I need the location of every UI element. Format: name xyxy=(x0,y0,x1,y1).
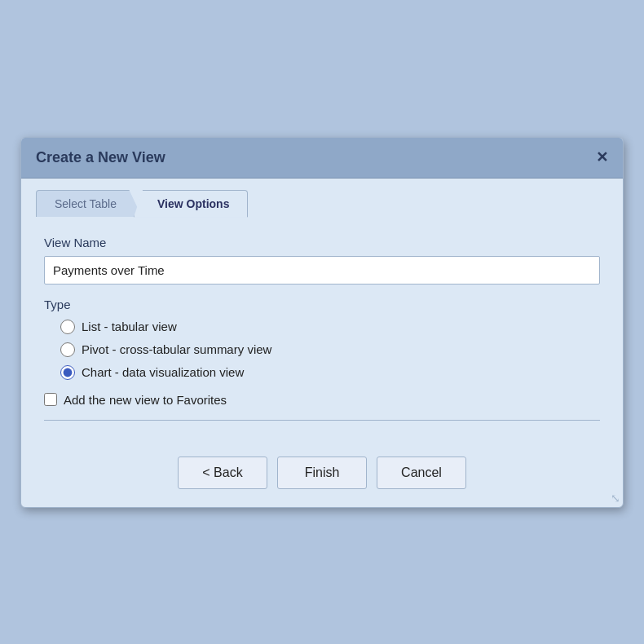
radio-pivot-label: Pivot - cross-tabular summary view xyxy=(82,342,271,356)
favorites-checkbox-row[interactable]: Add the new view to Favorites xyxy=(44,393,600,407)
radio-list-input[interactable] xyxy=(60,320,75,334)
finish-button[interactable]: Finish xyxy=(277,457,367,489)
radio-chart-label: Chart - data visualization view xyxy=(82,365,244,379)
cancel-button[interactable]: Cancel xyxy=(377,457,466,489)
tabs-row: Select Table View Options xyxy=(21,179,623,218)
radio-pivot[interactable]: Pivot - cross-tabular summary view xyxy=(60,342,600,357)
dialog-container: Create a New View ✕ Select Table View Op… xyxy=(20,137,624,508)
dialog-title: Create a New View xyxy=(36,149,165,166)
back-button[interactable]: < Back xyxy=(178,457,267,489)
radio-chart-input[interactable] xyxy=(60,365,75,380)
radio-list[interactable]: List - tabular view xyxy=(60,320,600,334)
radio-group: List - tabular view Pivot - cross-tabula… xyxy=(60,320,600,380)
view-name-label: View Name xyxy=(44,236,600,249)
type-label: Type xyxy=(44,298,600,311)
divider xyxy=(44,420,600,421)
close-button[interactable]: ✕ xyxy=(596,150,608,165)
favorites-label: Add the new view to Favorites xyxy=(64,393,227,407)
favorites-checkbox[interactable] xyxy=(44,393,57,406)
tab-view-options[interactable]: View Options xyxy=(134,190,248,218)
resize-handle[interactable]: ⤡ xyxy=(611,492,620,505)
dialog-header: Create a New View ✕ xyxy=(21,138,623,179)
radio-chart[interactable]: Chart - data visualization view xyxy=(60,365,600,380)
radio-pivot-input[interactable] xyxy=(60,342,75,357)
dialog-footer: < Back Finish Cancel xyxy=(21,448,623,507)
create-view-dialog: Create a New View ✕ Select Table View Op… xyxy=(20,137,624,508)
radio-list-label: List - tabular view xyxy=(82,320,177,333)
dialog-body: View Name Type List - tabular view Pivot… xyxy=(21,218,623,448)
tab-select-table[interactable]: Select Table xyxy=(36,190,142,217)
view-name-input[interactable] xyxy=(44,256,600,285)
